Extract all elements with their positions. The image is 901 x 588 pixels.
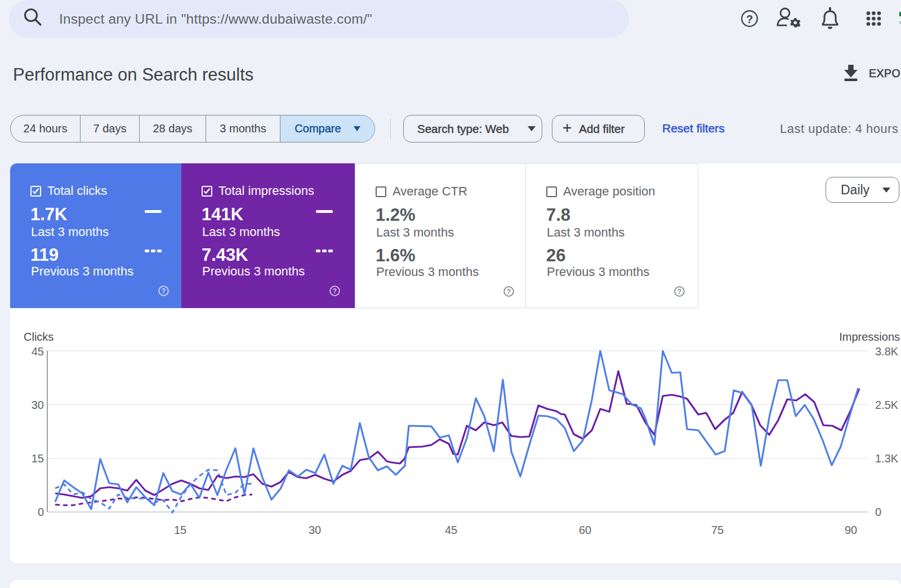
svg-text:30: 30: [309, 524, 321, 536]
svg-text:60: 60: [579, 524, 591, 536]
svg-text:75: 75: [711, 524, 724, 536]
svg-text:3.8K: 3.8K: [875, 345, 899, 358]
svg-text:0: 0: [38, 506, 44, 518]
svg-text:Impressions: Impressions: [839, 331, 900, 343]
svg-text:1.3K: 1.3K: [875, 452, 899, 465]
svg-text:90: 90: [845, 524, 857, 536]
svg-text:?: ?: [746, 13, 753, 25]
svg-text:15: 15: [32, 452, 44, 465]
svg-text:2.5K: 2.5K: [875, 399, 899, 411]
svg-text:Clicks: Clicks: [24, 331, 53, 343]
svg-text:30: 30: [32, 399, 44, 411]
svg-text:45: 45: [32, 345, 44, 358]
svg-text:?: ?: [677, 288, 681, 296]
svg-text:?: ?: [507, 288, 511, 296]
svg-text:0: 0: [875, 506, 881, 518]
svg-text:?: ?: [162, 287, 166, 295]
svg-text:?: ?: [333, 287, 337, 295]
svg-text:15: 15: [174, 524, 186, 536]
svg-text:45: 45: [445, 524, 457, 536]
